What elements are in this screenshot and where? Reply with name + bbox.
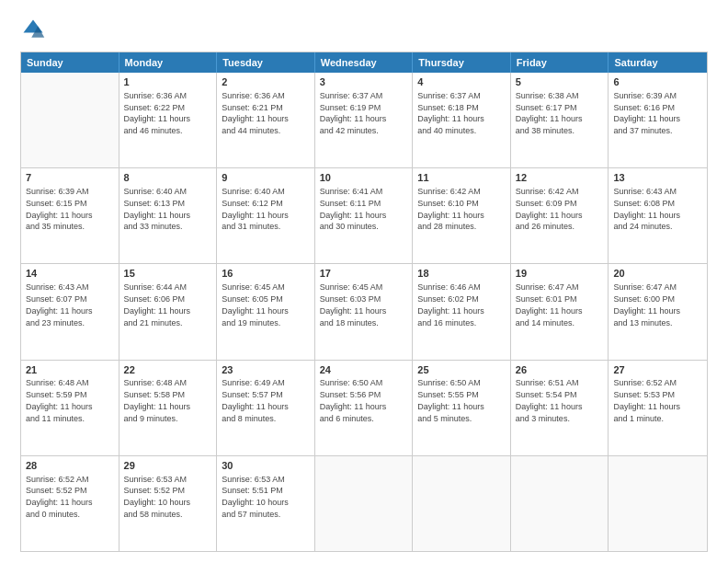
calendar-week-row: 14Sunrise: 6:43 AM Sunset: 6:07 PM Dayli… xyxy=(21,263,707,359)
calendar-day-cell: 5Sunrise: 6:38 AM Sunset: 6:17 PM Daylig… xyxy=(511,73,609,167)
calendar-day-cell: 10Sunrise: 6:41 AM Sunset: 6:11 PM Dayli… xyxy=(315,168,414,263)
day-info: Sunrise: 6:46 AM Sunset: 6:02 PM Dayligh… xyxy=(417,282,484,327)
calendar-day-cell: 29Sunrise: 6:53 AM Sunset: 5:52 PM Dayli… xyxy=(119,456,218,551)
day-number: 25 xyxy=(417,363,506,377)
day-info: Sunrise: 6:39 AM Sunset: 6:15 PM Dayligh… xyxy=(26,187,93,231)
calendar-day-cell: 30Sunrise: 6:53 AM Sunset: 5:51 PM Dayli… xyxy=(217,456,315,551)
day-info: Sunrise: 6:47 AM Sunset: 6:01 PM Dayligh… xyxy=(516,282,583,327)
calendar-day-cell: 6Sunrise: 6:39 AM Sunset: 6:16 PM Daylig… xyxy=(609,73,707,167)
calendar-day-cell: 28Sunrise: 6:52 AM Sunset: 5:52 PM Dayli… xyxy=(21,456,119,551)
calendar-day-cell: 8Sunrise: 6:40 AM Sunset: 6:13 PM Daylig… xyxy=(119,168,218,263)
day-info: Sunrise: 6:52 AM Sunset: 5:52 PM Dayligh… xyxy=(26,475,93,519)
day-number: 24 xyxy=(320,363,408,377)
header-day: Sunday xyxy=(21,52,119,73)
day-number: 2 xyxy=(222,75,310,89)
day-number: 19 xyxy=(516,267,604,281)
day-info: Sunrise: 6:50 AM Sunset: 5:55 PM Dayligh… xyxy=(417,378,484,422)
day-number: 8 xyxy=(124,171,212,185)
calendar-week-row: 28Sunrise: 6:52 AM Sunset: 5:52 PM Dayli… xyxy=(21,455,707,551)
header-day: Monday xyxy=(119,52,218,73)
day-info: Sunrise: 6:50 AM Sunset: 5:56 PM Dayligh… xyxy=(320,378,387,422)
calendar-day-cell: 18Sunrise: 6:46 AM Sunset: 6:02 PM Dayli… xyxy=(413,264,511,359)
day-number: 18 xyxy=(417,267,506,281)
day-info: Sunrise: 6:45 AM Sunset: 6:05 PM Dayligh… xyxy=(222,282,289,327)
day-number: 7 xyxy=(26,171,114,185)
calendar-week-row: 1Sunrise: 6:36 AM Sunset: 6:22 PM Daylig… xyxy=(21,73,707,167)
header-day: Friday xyxy=(511,52,609,73)
day-number: 11 xyxy=(417,171,506,185)
day-number: 15 xyxy=(124,267,212,281)
day-info: Sunrise: 6:53 AM Sunset: 5:52 PM Dayligh… xyxy=(124,475,191,519)
day-info: Sunrise: 6:36 AM Sunset: 6:22 PM Dayligh… xyxy=(124,91,191,135)
calendar-header: SundayMondayTuesdayWednesdayThursdayFrid… xyxy=(21,52,707,73)
day-number: 20 xyxy=(613,267,702,281)
calendar-day-cell: 11Sunrise: 6:42 AM Sunset: 6:10 PM Dayli… xyxy=(413,168,511,263)
day-number: 9 xyxy=(222,171,310,185)
day-number: 6 xyxy=(613,75,702,89)
day-info: Sunrise: 6:52 AM Sunset: 5:53 PM Dayligh… xyxy=(613,378,680,422)
calendar-empty-cell xyxy=(609,456,707,551)
logo-icon xyxy=(20,17,46,42)
day-info: Sunrise: 6:41 AM Sunset: 6:11 PM Dayligh… xyxy=(320,187,387,231)
day-number: 1 xyxy=(124,75,212,89)
logo xyxy=(20,17,50,42)
day-info: Sunrise: 6:45 AM Sunset: 6:03 PM Dayligh… xyxy=(320,282,387,327)
calendar-week-row: 7Sunrise: 6:39 AM Sunset: 6:15 PM Daylig… xyxy=(21,167,707,263)
calendar-day-cell: 4Sunrise: 6:37 AM Sunset: 6:18 PM Daylig… xyxy=(413,73,511,167)
day-info: Sunrise: 6:53 AM Sunset: 5:51 PM Dayligh… xyxy=(222,475,289,519)
day-number: 30 xyxy=(222,459,310,473)
calendar-empty-cell xyxy=(413,456,511,551)
day-number: 26 xyxy=(516,363,604,377)
calendar-day-cell: 23Sunrise: 6:49 AM Sunset: 5:57 PM Dayli… xyxy=(217,361,315,455)
day-info: Sunrise: 6:39 AM Sunset: 6:16 PM Dayligh… xyxy=(613,91,680,135)
header-day: Wednesday xyxy=(315,52,414,73)
day-number: 28 xyxy=(26,459,114,473)
calendar-empty-cell xyxy=(511,456,609,551)
calendar-day-cell: 21Sunrise: 6:48 AM Sunset: 5:59 PM Dayli… xyxy=(21,361,119,455)
calendar-empty-cell xyxy=(315,456,414,551)
day-info: Sunrise: 6:37 AM Sunset: 6:19 PM Dayligh… xyxy=(320,91,387,135)
header-day: Saturday xyxy=(609,52,707,73)
calendar-day-cell: 26Sunrise: 6:51 AM Sunset: 5:54 PM Dayli… xyxy=(511,361,609,455)
header-day: Thursday xyxy=(413,52,511,73)
day-info: Sunrise: 6:38 AM Sunset: 6:17 PM Dayligh… xyxy=(516,91,583,135)
day-info: Sunrise: 6:42 AM Sunset: 6:09 PM Dayligh… xyxy=(516,187,583,231)
day-info: Sunrise: 6:51 AM Sunset: 5:54 PM Dayligh… xyxy=(516,378,583,422)
calendar-empty-cell xyxy=(21,73,119,167)
calendar-day-cell: 3Sunrise: 6:37 AM Sunset: 6:19 PM Daylig… xyxy=(315,73,414,167)
day-number: 23 xyxy=(222,363,310,377)
day-info: Sunrise: 6:48 AM Sunset: 5:58 PM Dayligh… xyxy=(124,378,191,422)
day-number: 22 xyxy=(124,363,212,377)
day-number: 4 xyxy=(417,75,506,89)
calendar-day-cell: 12Sunrise: 6:42 AM Sunset: 6:09 PM Dayli… xyxy=(511,168,609,263)
calendar-day-cell: 13Sunrise: 6:43 AM Sunset: 6:08 PM Dayli… xyxy=(609,168,707,263)
day-number: 16 xyxy=(222,267,310,281)
day-number: 14 xyxy=(26,267,114,281)
calendar-week-row: 21Sunrise: 6:48 AM Sunset: 5:59 PM Dayli… xyxy=(21,360,707,455)
day-info: Sunrise: 6:40 AM Sunset: 6:13 PM Dayligh… xyxy=(124,187,191,231)
day-info: Sunrise: 6:40 AM Sunset: 6:12 PM Dayligh… xyxy=(222,187,289,231)
day-number: 27 xyxy=(613,363,702,377)
day-info: Sunrise: 6:42 AM Sunset: 6:10 PM Dayligh… xyxy=(417,187,484,231)
page: SundayMondayTuesdayWednesdayThursdayFrid… xyxy=(0,0,728,563)
day-number: 5 xyxy=(516,75,604,89)
day-number: 10 xyxy=(320,171,408,185)
calendar-day-cell: 9Sunrise: 6:40 AM Sunset: 6:12 PM Daylig… xyxy=(217,168,315,263)
calendar-day-cell: 2Sunrise: 6:36 AM Sunset: 6:21 PM Daylig… xyxy=(217,73,315,167)
calendar-day-cell: 24Sunrise: 6:50 AM Sunset: 5:56 PM Dayli… xyxy=(315,361,414,455)
calendar-day-cell: 1Sunrise: 6:36 AM Sunset: 6:22 PM Daylig… xyxy=(119,73,218,167)
calendar-day-cell: 25Sunrise: 6:50 AM Sunset: 5:55 PM Dayli… xyxy=(413,361,511,455)
calendar-day-cell: 27Sunrise: 6:52 AM Sunset: 5:53 PM Dayli… xyxy=(609,361,707,455)
calendar-day-cell: 19Sunrise: 6:47 AM Sunset: 6:01 PM Dayli… xyxy=(511,264,609,359)
day-number: 3 xyxy=(320,75,408,89)
calendar-day-cell: 15Sunrise: 6:44 AM Sunset: 6:06 PM Dayli… xyxy=(119,264,218,359)
calendar-day-cell: 7Sunrise: 6:39 AM Sunset: 6:15 PM Daylig… xyxy=(21,168,119,263)
header-day: Tuesday xyxy=(217,52,315,73)
calendar-day-cell: 16Sunrise: 6:45 AM Sunset: 6:05 PM Dayli… xyxy=(217,264,315,359)
calendar-day-cell: 17Sunrise: 6:45 AM Sunset: 6:03 PM Dayli… xyxy=(315,264,414,359)
day-number: 17 xyxy=(320,267,408,281)
day-info: Sunrise: 6:43 AM Sunset: 6:07 PM Dayligh… xyxy=(26,282,93,327)
day-info: Sunrise: 6:43 AM Sunset: 6:08 PM Dayligh… xyxy=(613,187,680,231)
day-info: Sunrise: 6:49 AM Sunset: 5:57 PM Dayligh… xyxy=(222,378,289,422)
day-number: 13 xyxy=(613,171,702,185)
